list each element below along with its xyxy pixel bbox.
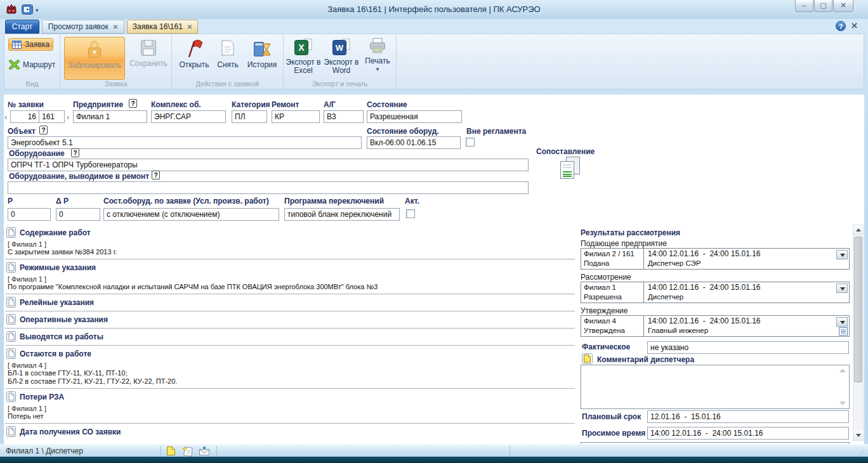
request-next-icon[interactable]: ›	[67, 112, 69, 122]
send-mail-icon[interactable]	[199, 446, 210, 456]
history-label: История	[247, 61, 277, 69]
block-button[interactable]: Заблокировать	[64, 37, 125, 80]
section-header[interactable]: Дата получения СО заявки	[6, 426, 575, 438]
section-header[interactable]: Режимные указания	[6, 261, 575, 273]
save-icon	[140, 39, 157, 58]
scroll-up-icon[interactable]	[839, 368, 846, 372]
tab-view-requests[interactable]: Просмотр заявок ✕	[42, 20, 124, 34]
page-icon[interactable]	[6, 348, 16, 359]
dispatcher-comment-textarea[interactable]	[581, 365, 850, 409]
equipment-help-icon[interactable]: ?	[71, 148, 79, 157]
tab-view-close-icon[interactable]: ✕	[113, 23, 118, 30]
stage-dropdown-button[interactable]	[836, 284, 848, 293]
section-header[interactable]: Содержание работ	[6, 226, 575, 238]
section-rza-losses: Потери РЗА [ Филиал 1 ] Потерь нет	[5, 389, 575, 424]
scrollbar-up-button[interactable]	[853, 225, 863, 235]
tab-request-close-icon[interactable]: ✕	[187, 23, 192, 30]
repair-field[interactable]: КР	[272, 110, 320, 123]
document-lines-icon[interactable]	[839, 327, 848, 336]
comparison-icon[interactable]	[556, 156, 584, 180]
complex-field[interactable]: ЭНРГ.САР	[151, 110, 226, 123]
print-button[interactable]: Печать ▾	[361, 36, 394, 82]
section-header[interactable]: Оперативные указания	[6, 313, 575, 325]
act-checkbox[interactable]	[406, 209, 415, 218]
help-icon[interactable]: ?	[836, 21, 846, 31]
page-icon[interactable]	[6, 262, 16, 273]
state-field[interactable]: Разрешенная	[367, 110, 462, 123]
page-icon[interactable]	[6, 426, 16, 437]
category-field[interactable]: ПЛ	[232, 110, 267, 123]
stage-period: 14:00 12.01.16 - 24:00 15.01.16	[648, 316, 845, 326]
stage-submitting-box[interactable]: Филиал 2 / 161 Подана 14:00 12.01.16 - 2…	[581, 248, 850, 270]
ag-label: А/Г	[324, 100, 336, 109]
tabstrip-close-icon[interactable]: ✕	[851, 21, 858, 30]
equipment-out-field[interactable]	[8, 181, 529, 194]
enterprise-field[interactable]: Филиал 1	[73, 110, 147, 123]
p-field[interactable]: 0	[8, 208, 51, 221]
section-header[interactable]: Потери РЗА	[6, 391, 575, 403]
equip-state-field[interactable]: Вкл-06:00 01.06.15	[367, 136, 461, 149]
tab-start-label: Старт	[12, 22, 33, 31]
section-header[interactable]: Релейные указания	[6, 296, 575, 308]
remove-request-button[interactable]: Снять	[213, 37, 243, 80]
equip-cond-field[interactable]: с отключением (с отключением)	[103, 208, 279, 221]
object-field[interactable]: Энергообъект 5.1	[8, 136, 362, 149]
comment-note-icon[interactable]	[582, 353, 593, 364]
history-button[interactable]: История	[243, 37, 281, 80]
page-icon[interactable]	[6, 391, 16, 402]
stage-period: 14:00 12.01.16 - 24:00 15.01.16	[648, 249, 845, 259]
export-excel-button[interactable]: X Экспорт в Excel	[285, 36, 322, 82]
remove-request-label: Снять	[217, 61, 239, 69]
new-document-icon[interactable]	[166, 446, 176, 456]
maximize-button[interactable]: ▢	[814, 0, 832, 12]
dp-field[interactable]: 0	[56, 208, 100, 221]
right-panel-scrollbar[interactable]	[853, 225, 864, 441]
actual-field[interactable]: не указано	[647, 341, 849, 354]
request-no-year-field[interactable]: 16	[10, 110, 39, 123]
request-no-field[interactable]: 161	[39, 110, 65, 123]
object-help-icon[interactable]: ?	[39, 126, 48, 134]
scrollbar-down-button[interactable]	[853, 430, 863, 440]
planned-period-field[interactable]: 12.01.16 - 15.01.16	[647, 410, 849, 423]
scrollbar-thumb[interactable]	[854, 237, 862, 382]
flag-icon	[184, 39, 204, 59]
request-prev-icon[interactable]: ‹	[4, 112, 7, 122]
section-header[interactable]: Выводятся из работы	[6, 330, 575, 342]
complex-label: Комплекс об.	[151, 100, 201, 109]
note-sparkle-icon[interactable]	[182, 446, 194, 457]
tab-request-16-161[interactable]: Заявка 16\161 ✕	[127, 20, 198, 34]
minimize-button[interactable]: –	[795, 0, 813, 12]
stage-approval-box[interactable]: Филиал 4 Утверждена 14:00 12.01.16 - 24:…	[581, 315, 850, 337]
section-header[interactable]: Остаются в работе	[6, 348, 575, 360]
stage-review-box[interactable]: Филиал 1 Разрешена 14:00 12.01.16 - 24:0…	[581, 282, 850, 303]
marshrut-button[interactable]: Маршрут	[6, 58, 58, 71]
group-label-vid: Вид	[4, 80, 60, 88]
scroll-down-icon[interactable]	[839, 401, 846, 405]
table-icon	[12, 41, 22, 49]
close-button[interactable]: ✕	[833, 0, 853, 12]
save-button[interactable]: Сохранить	[128, 37, 169, 80]
out-of-reglament-checkbox[interactable]	[466, 138, 475, 147]
switch-program-field[interactable]: типовой бланк переключений	[284, 208, 400, 221]
stage-status: Разрешена	[584, 292, 641, 302]
section-source: [ Филиал 4 ]	[8, 362, 575, 369]
open-request-button[interactable]: Открыть	[176, 37, 213, 80]
export-word-button[interactable]: W Экспорт в Word	[323, 36, 360, 82]
ag-field[interactable]: ВЗ	[324, 110, 364, 123]
page-icon[interactable]	[6, 331, 16, 342]
section-taken-out: Выводятся из работы	[5, 329, 575, 346]
resize-grip[interactable]: ⋰	[859, 448, 866, 455]
requested-time-field[interactable]: 14:00 12.01.16 - 24:00 15.01.16	[647, 427, 849, 440]
stage-dropdown-button[interactable]	[836, 317, 848, 327]
tab-start[interactable]: Старт	[5, 20, 39, 34]
page-icon[interactable]	[6, 314, 16, 325]
enterprise-help-icon[interactable]: ?	[129, 99, 137, 108]
section-title: Потери РЗА	[20, 393, 64, 401]
page-icon[interactable]	[6, 227, 16, 238]
equipment-field[interactable]: ОПРЧ ТГ-1 ОПРЧ Турбогенераторы	[8, 159, 529, 171]
print-dropdown-icon[interactable]: ▾	[376, 66, 379, 72]
stage-dropdown-button[interactable]	[836, 250, 848, 259]
page-icon[interactable]	[6, 297, 16, 308]
equipment-out-help-icon[interactable]: ?	[152, 171, 160, 179]
zayavka-view-button[interactable]: Заявка	[8, 38, 53, 51]
